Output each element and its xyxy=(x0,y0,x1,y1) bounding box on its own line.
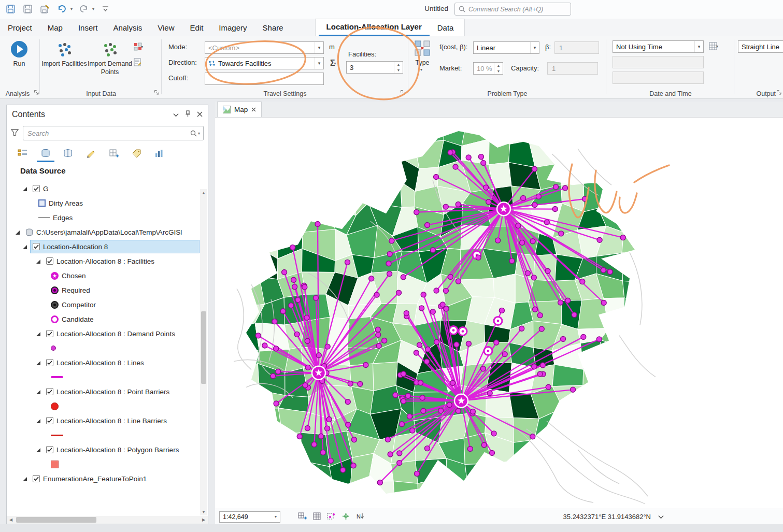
tree-row-location-allocation-8-polygon-barriers[interactable]: Location-Allocation 8 : Polygon Barriers xyxy=(7,442,200,457)
layer-checkbox[interactable] xyxy=(46,417,53,424)
tab-list-by-charts[interactable] xyxy=(151,146,168,162)
ribbon-tab-share[interactable]: Share xyxy=(255,19,291,36)
vertical-scrollbar-thumb[interactable] xyxy=(201,311,206,384)
ribbon-tab-location-allocation-layer[interactable]: Location-Allocation Layer xyxy=(319,19,430,36)
map-document-tab[interactable]: Map xyxy=(217,102,262,117)
save-project-icon[interactable] xyxy=(4,3,17,15)
ribbon-tab-imagery[interactable]: Imagery xyxy=(211,19,254,36)
expander-icon[interactable] xyxy=(36,259,40,264)
search-dropdown-icon[interactable]: ▾ xyxy=(198,131,200,136)
tree-row-dirty-areas[interactable]: Dirty Areas xyxy=(7,196,200,210)
tree-row-c-users-jamalali-appdata-local-temp-arcgisl[interactable]: C:\Users\jamalali\AppData\Local\Temp\Arc… xyxy=(7,225,200,239)
ribbon-tab-map[interactable]: Map xyxy=(40,19,70,36)
symbology-mini-button[interactable]: ▾ xyxy=(134,42,143,51)
ribbon-tab-data[interactable]: Data xyxy=(430,19,462,36)
tab-list-by-drawing-order[interactable] xyxy=(14,146,32,162)
ribbon-tab-analysis[interactable]: Analysis xyxy=(105,19,150,36)
tab-list-by-editing[interactable] xyxy=(82,146,100,162)
expander-icon[interactable] xyxy=(22,186,27,191)
expander-icon[interactable] xyxy=(36,361,40,365)
tree-row-required[interactable]: Required xyxy=(7,283,200,297)
output-dialog-launcher-icon[interactable] xyxy=(776,89,782,97)
direction-combo[interactable]: Towards Facilities ▾ xyxy=(205,57,324,69)
tree-row-competitor[interactable]: Competitor xyxy=(7,297,200,312)
tree-row-symbol-demand-dot[interactable] xyxy=(7,341,200,355)
layer-checkbox[interactable] xyxy=(33,243,40,250)
tab-list-by-labeling[interactable] xyxy=(128,146,146,162)
filter-icon[interactable] xyxy=(11,129,19,138)
coordinates-dropdown-icon[interactable] xyxy=(658,513,664,521)
tab-list-by-snapping[interactable] xyxy=(105,146,123,162)
import-demand-points-button[interactable]: Import Demand Points xyxy=(87,36,133,76)
statusbar-table-icon[interactable] xyxy=(313,512,321,522)
tree-row-enumerationare-featuretopoin1[interactable]: EnumerationAre_FeatureToPoin1 xyxy=(7,471,200,486)
tree-row-location-allocation-8-point-barriers[interactable]: Location-Allocation 8 : Point Barriers xyxy=(7,384,200,399)
statusbar-north-arrow-icon[interactable]: N xyxy=(356,512,364,522)
statusbar-grid-plus-icon[interactable] xyxy=(298,512,307,522)
expander-icon[interactable] xyxy=(22,477,27,481)
redo-button[interactable] xyxy=(77,3,90,15)
map-scale-combo[interactable]: 1:42,649 ▾ xyxy=(219,511,280,523)
properties-mini-button[interactable] xyxy=(134,58,142,66)
statusbar-selection-icon[interactable] xyxy=(327,512,336,522)
facilities-spinner[interactable]: 3 ▲▼ xyxy=(346,61,403,74)
ribbon-tab-project[interactable]: Project xyxy=(0,19,40,36)
statusbar-snap-crosshair-icon[interactable] xyxy=(342,512,350,522)
tree-row-location-allocation-8[interactable]: Location-Allocation 8 xyxy=(7,239,200,254)
output-geometry-combo[interactable]: Straight Line xyxy=(738,40,783,53)
map-tab-close-icon[interactable] xyxy=(251,106,256,113)
pane-close-icon[interactable] xyxy=(197,111,203,119)
tree-row-location-allocation-8-lines[interactable]: Location-Allocation 8 : Lines xyxy=(7,355,200,370)
layer-checkbox[interactable] xyxy=(33,475,40,482)
expander-icon[interactable] xyxy=(36,332,40,336)
tree-row-symbol-line-magenta[interactable] xyxy=(7,370,200,384)
undo-dropdown-icon[interactable]: ▾ xyxy=(70,7,73,11)
analysis-dialog-launcher-icon[interactable] xyxy=(34,89,39,97)
expander-icon[interactable] xyxy=(36,448,40,452)
facilities-step-down-icon[interactable]: ▼ xyxy=(394,67,403,73)
problem-type-button[interactable]: Type ▾ xyxy=(409,36,435,73)
tree-row-candidate[interactable]: Candidate xyxy=(7,312,200,326)
layer-checkbox[interactable] xyxy=(46,359,53,366)
save-as-icon[interactable] xyxy=(38,3,51,15)
import-facilities-button[interactable]: Import Facilities xyxy=(41,36,87,76)
layer-checkbox[interactable] xyxy=(46,388,53,395)
tree-row-symbol-line-barrier[interactable] xyxy=(7,428,200,442)
contents-horizontal-scrollbar[interactable]: ◀ ▶ xyxy=(7,516,208,524)
command-search-box[interactable]: Command Search (Alt+Q) xyxy=(454,3,571,16)
layer-checkbox[interactable] xyxy=(46,330,53,337)
facilities-step-up-icon[interactable]: ▲ xyxy=(394,62,403,67)
expander-icon[interactable] xyxy=(22,245,27,249)
contents-search-input[interactable] xyxy=(26,129,187,138)
undo-button[interactable] xyxy=(55,3,68,15)
tab-list-by-data-source[interactable] xyxy=(37,146,54,162)
pane-menu-chevron-icon[interactable] xyxy=(173,111,179,119)
mode-combo[interactable]: <Custom> ▾ xyxy=(205,41,324,54)
save-icon[interactable] xyxy=(21,3,34,15)
expander-icon[interactable] xyxy=(15,230,20,235)
layer-checkbox[interactable] xyxy=(46,446,53,453)
redo-dropdown-icon[interactable]: ▾ xyxy=(92,7,94,11)
cutoff-input[interactable] xyxy=(205,73,324,85)
tree-row-g[interactable]: G xyxy=(7,184,200,196)
contents-vertical-scrollbar[interactable]: ▲ ▼ xyxy=(200,189,207,515)
tree-row-location-allocation-8-demand-points[interactable]: Location-Allocation 8 : Demand Points xyxy=(7,326,200,341)
contents-search-box[interactable]: ▾ xyxy=(23,126,204,140)
layer-checkbox[interactable] xyxy=(33,185,40,192)
fcost-combo[interactable]: Linear ▾ xyxy=(473,41,539,54)
pane-pin-icon[interactable] xyxy=(185,110,191,119)
input-data-dialog-launcher-icon[interactable] xyxy=(154,89,160,97)
tree-row-chosen[interactable]: ★Chosen xyxy=(7,268,200,283)
tree-row-location-allocation-8-line-barriers[interactable]: Location-Allocation 8 : Line Barriers xyxy=(7,413,200,428)
map-canvas[interactable] xyxy=(215,118,783,509)
layer-checkbox[interactable] xyxy=(46,257,53,265)
expander-icon[interactable] xyxy=(36,419,40,423)
tree-row-symbol-polygon-barrier[interactable] xyxy=(7,457,200,471)
tab-list-by-selection[interactable] xyxy=(60,146,77,162)
run-button[interactable]: Run xyxy=(3,36,35,68)
tree-row-symbol-point-barrier[interactable] xyxy=(7,399,200,413)
customize-quick-access-icon[interactable] xyxy=(99,3,111,15)
time-grid-button[interactable]: ▾ xyxy=(709,42,718,50)
tree-row-edges[interactable]: Edges xyxy=(7,210,200,225)
accumulate-attributes-button[interactable]: Σ ▾ xyxy=(330,59,336,68)
